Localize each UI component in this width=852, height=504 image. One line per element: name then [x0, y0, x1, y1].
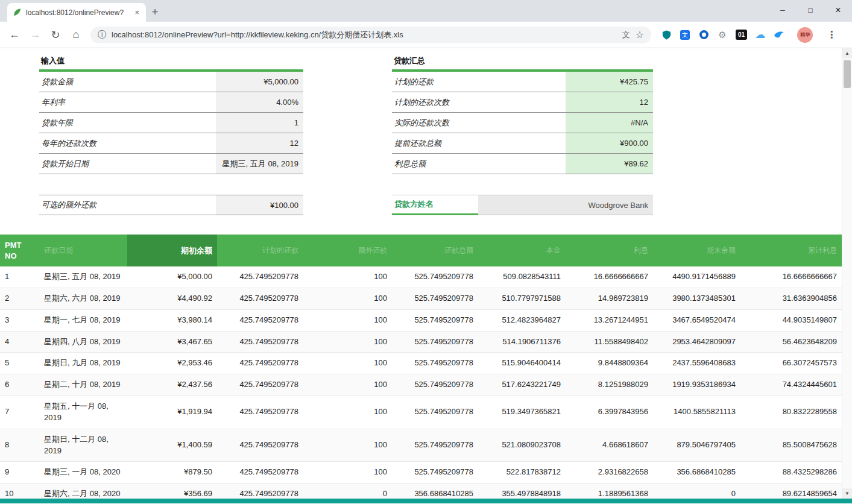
tab-close-icon[interactable]: × — [133, 8, 140, 17]
shield-extension-icon[interactable] — [661, 30, 672, 40]
row-label: 贷款年限 — [39, 113, 216, 133]
cell: 3467.6549520474 — [653, 309, 740, 331]
scroll-up-icon[interactable]: ▲ — [842, 48, 852, 58]
site-info-icon[interactable]: ⓘ — [98, 30, 106, 40]
cell: 100 — [303, 266, 392, 288]
input-rows: 贷款金额¥5,000.00年利率4.00%贷款年限1每年的还款次数12贷款开始日… — [39, 72, 303, 174]
cell: 星期六, 六月 08, 2019 — [39, 288, 127, 309]
cell: 31.6363904856 — [740, 288, 842, 309]
cell: 7 — [0, 396, 39, 429]
row-value: 12 — [566, 92, 653, 112]
extensions-area: 文 ⚙ 01 ☁ 精华 ⋮ — [656, 27, 847, 43]
input-row: 贷款开始日期星期三, 五月 08, 2019 — [39, 154, 303, 174]
cell: 425.7495209778 — [217, 462, 303, 484]
new-tab-button[interactable]: + — [146, 3, 164, 21]
lender-value: Woodgrove Bank — [478, 195, 653, 215]
column-header: 期末余额 — [653, 235, 740, 266]
window-close-button[interactable]: × — [824, 0, 852, 20]
cell: ¥879.50 — [127, 462, 217, 484]
input-row: 每年的还款次数12 — [39, 133, 303, 154]
cell: 525.7495209778 — [392, 288, 478, 309]
translate-extension-icon[interactable]: 文 — [680, 30, 690, 40]
table-body: 1星期三, 五月 08, 2019¥5,000.00425.7495209778… — [0, 266, 842, 499]
cell: 425.7495209778 — [217, 429, 303, 462]
cell: 4 — [0, 331, 39, 353]
amortization-table: PMT NO还款日期期初余额计划的还款额外还款还款总额本金利息期末余额累计利息 … — [0, 235, 842, 499]
cell: 100 — [303, 353, 392, 374]
cell: ¥2,953.46 — [127, 353, 217, 374]
cell: 525.7495209778 — [392, 353, 478, 374]
cloud-extension-icon[interactable]: ☁ — [755, 30, 766, 40]
profile-avatar[interactable]: 精华 — [797, 27, 813, 43]
summary-rows: 计划的还款¥425.75计划的还款次数12实际的还款次数#N/A提前还款总额¥9… — [392, 72, 653, 174]
cell: 74.4324445601 — [740, 374, 842, 396]
cell: 13.2671244951 — [566, 309, 653, 331]
summary-row: 利息总额¥89.62 — [392, 154, 653, 174]
scrollbar-thumb[interactable] — [844, 60, 851, 88]
cell: 9 — [0, 462, 39, 484]
cell: 356.6868410285 — [653, 462, 740, 484]
summary-row: 计划的还款¥425.75 — [392, 72, 653, 92]
cell: 525.7495209778 — [392, 429, 478, 462]
leaf-favicon-icon — [13, 8, 22, 17]
column-header: 期初余额 — [127, 235, 217, 266]
window-maximize-button[interactable]: □ — [797, 0, 824, 20]
cell: 510.7797971588 — [478, 288, 566, 309]
gear-extension-icon[interactable]: ⚙ — [717, 30, 728, 40]
cell: 1 — [0, 266, 39, 288]
cell: ¥2,437.56 — [127, 374, 217, 396]
cell: 10 — [0, 484, 39, 499]
input-row: 年利率4.00% — [39, 92, 303, 113]
url-text[interactable]: localhost:8012/onlinePreview?url=http://… — [112, 30, 617, 40]
cell: 356.6868410285 — [392, 484, 478, 499]
extra-payment-row: 可选的额外还款 ¥100.00 — [39, 195, 303, 215]
forward-icon[interactable]: → — [25, 25, 45, 45]
browser-menu-icon[interactable]: ⋮ — [821, 29, 842, 40]
cell: 6.3997843956 — [566, 396, 653, 429]
column-header: 还款总额 — [392, 235, 478, 266]
table-row: 9星期三, 一月 08, 2020¥879.50425.749520977810… — [0, 462, 842, 484]
row-value: #N/A — [566, 113, 653, 133]
title-bar: localhost:8012/onlinePreview? × + ─ □ × — [0, 0, 852, 22]
row-value: ¥425.75 — [566, 72, 653, 92]
address-bar[interactable]: ⓘ localhost:8012/onlinePreview?url=http:… — [90, 27, 651, 43]
window-minimize-button[interactable]: ─ — [769, 0, 797, 20]
lender-label: 贷款方姓名 — [392, 195, 478, 215]
row-label: 每年的还款次数 — [39, 133, 216, 153]
reload-icon[interactable]: ↻ — [46, 25, 65, 45]
cell: 525.7495209778 — [392, 266, 478, 288]
translate-icon[interactable]: 文 — [622, 30, 630, 40]
cell: ¥1,919.94 — [127, 396, 217, 429]
cell: 519.3497365821 — [478, 396, 566, 429]
cell: 425.7495209778 — [217, 353, 303, 374]
cell: 100 — [303, 309, 392, 331]
cell: 星期日, 九月 08, 2019 — [39, 353, 127, 374]
cell: 522.817838712 — [478, 462, 566, 484]
scroll-down-icon[interactable]: ▼ — [842, 488, 852, 499]
cell: 514.1906711376 — [478, 331, 566, 353]
cell: 星期五, 十一月 08, 2019 — [39, 396, 127, 429]
circle-extension-icon[interactable] — [698, 30, 709, 40]
home-icon[interactable]: ⌂ — [66, 25, 86, 45]
cell: 517.6243221749 — [478, 374, 566, 396]
cell: 425.7495209778 — [217, 484, 303, 499]
cell: 0 — [653, 484, 740, 499]
cell: 525.7495209778 — [392, 331, 478, 353]
cell: 3980.1373485301 — [653, 288, 740, 309]
row-value: 12 — [216, 133, 303, 153]
column-header: 还款日期 — [39, 235, 127, 266]
summary-row: 计划的还款次数12 — [392, 92, 653, 113]
table-row: 2星期六, 六月 08, 2019¥4,490.92425.7495209778… — [0, 288, 842, 309]
bookmark-star-icon[interactable]: ☆ — [636, 29, 644, 40]
cell: ¥4,490.92 — [127, 288, 217, 309]
cell: 星期六, 二月 08, 2020 — [39, 484, 127, 499]
bird-extension-icon[interactable] — [774, 30, 784, 40]
badge-extension-icon[interactable]: 01 — [736, 30, 747, 40]
top-panels: 输入值 贷款金额¥5,000.00年利率4.00%贷款年限1每年的还款次数12贷… — [0, 51, 842, 215]
vertical-scrollbar: ▲ ▼ — [842, 48, 852, 499]
cell: 525.7495209778 — [392, 396, 478, 429]
spacer-row — [392, 174, 653, 195]
browser-tab[interactable]: localhost:8012/onlinePreview? × — [7, 3, 146, 22]
back-icon[interactable]: ← — [5, 25, 24, 45]
cell: 8.1251988029 — [566, 374, 653, 396]
